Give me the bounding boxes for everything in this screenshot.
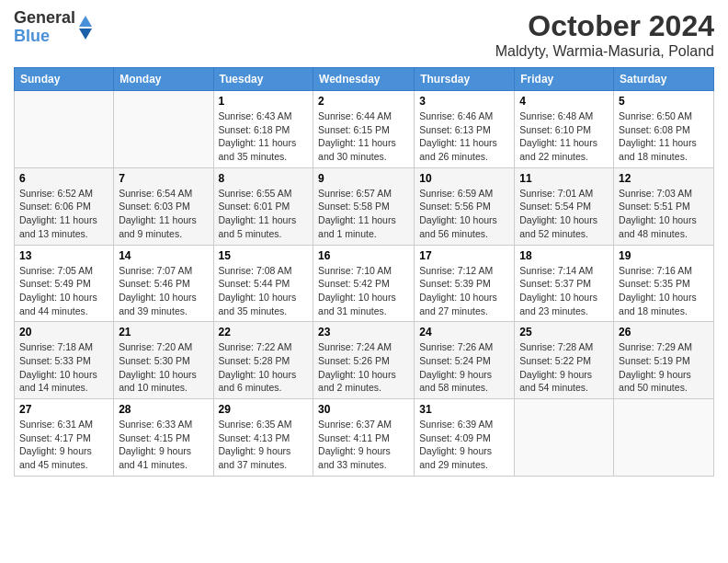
day-number: 25	[519, 326, 609, 339]
table-row: 2Sunrise: 6:44 AMSunset: 6:15 PMDaylight…	[313, 91, 415, 168]
cell-text: Sunrise: 6:35 AMSunset: 4:13 PMDaylight:…	[219, 419, 292, 470]
cell-text: Sunrise: 7:05 AMSunset: 5:49 PMDaylight:…	[19, 265, 97, 316]
header-wednesday: Wednesday	[313, 68, 415, 91]
cell-text: Sunrise: 6:48 AMSunset: 6:10 PMDaylight:…	[519, 110, 597, 162]
table-row: 11Sunrise: 7:01 AMSunset: 5:54 PMDayligh…	[515, 167, 614, 245]
table-row: 27Sunrise: 6:31 AMSunset: 4:17 PMDayligh…	[15, 399, 114, 477]
logo-triangle-bottom	[79, 29, 92, 40]
cell-text: Sunrise: 7:29 AMSunset: 5:19 PMDaylight:…	[619, 341, 692, 393]
table-row: 19Sunrise: 7:16 AMSunset: 5:35 PMDayligh…	[614, 245, 714, 322]
cell-text: Sunrise: 6:57 AMSunset: 5:58 PMDaylight:…	[318, 188, 396, 239]
table-row: 21Sunrise: 7:20 AMSunset: 5:30 PMDayligh…	[114, 322, 213, 399]
day-number: 12	[619, 172, 709, 185]
table-row: 29Sunrise: 6:35 AMSunset: 4:13 PMDayligh…	[213, 399, 313, 477]
header-friday: Friday	[515, 68, 614, 91]
table-row: 5Sunrise: 6:50 AMSunset: 6:08 PMDaylight…	[614, 91, 714, 168]
day-number: 29	[219, 403, 309, 416]
title-area: October 2024 Maldyty, Warmia-Masuria, Po…	[495, 9, 714, 60]
day-number: 27	[19, 403, 108, 416]
logo-triangle-top	[79, 16, 92, 27]
table-row: 20Sunrise: 7:18 AMSunset: 5:33 PMDayligh…	[15, 322, 114, 399]
day-number: 16	[318, 249, 409, 262]
month-title: October 2024	[495, 9, 714, 43]
day-number: 3	[419, 95, 509, 108]
day-number: 17	[419, 249, 509, 262]
location: Maldyty, Warmia-Masuria, Poland	[495, 43, 714, 60]
table-row: 16Sunrise: 7:10 AMSunset: 5:42 PMDayligh…	[313, 245, 415, 322]
calendar-body: 1Sunrise: 6:43 AMSunset: 6:18 PMDaylight…	[15, 91, 714, 477]
day-number: 21	[119, 326, 208, 339]
table-row: 23Sunrise: 7:24 AMSunset: 5:26 PMDayligh…	[313, 322, 415, 399]
logo-blue: Blue	[14, 27, 50, 45]
cell-text: Sunrise: 7:22 AMSunset: 5:28 PMDaylight:…	[219, 341, 297, 393]
cell-text: Sunrise: 7:18 AMSunset: 5:33 PMDaylight:…	[19, 341, 97, 393]
header-saturday: Saturday	[614, 68, 714, 91]
day-number: 28	[119, 403, 208, 416]
day-number: 23	[318, 326, 409, 339]
table-row: 6Sunrise: 6:52 AMSunset: 6:06 PMDaylight…	[15, 167, 114, 245]
day-number: 13	[19, 249, 108, 262]
cell-text: Sunrise: 7:12 AMSunset: 5:39 PMDaylight:…	[419, 265, 497, 316]
table-row	[614, 399, 714, 477]
table-row: 7Sunrise: 6:54 AMSunset: 6:03 PMDaylight…	[114, 167, 213, 245]
day-number: 15	[219, 249, 309, 262]
day-number: 10	[419, 172, 509, 185]
table-row: 14Sunrise: 7:07 AMSunset: 5:46 PMDayligh…	[114, 245, 213, 322]
cell-text: Sunrise: 6:39 AMSunset: 4:09 PMDaylight:…	[419, 419, 493, 470]
day-number: 11	[519, 172, 609, 185]
table-row: 28Sunrise: 6:33 AMSunset: 4:15 PMDayligh…	[114, 399, 213, 477]
table-row: 31Sunrise: 6:39 AMSunset: 4:09 PMDayligh…	[415, 399, 515, 477]
day-number: 20	[19, 326, 108, 339]
cell-text: Sunrise: 6:44 AMSunset: 6:15 PMDaylight:…	[318, 110, 396, 162]
cell-text: Sunrise: 7:26 AMSunset: 5:24 PMDaylight:…	[419, 341, 493, 393]
table-row	[515, 399, 614, 477]
table-row	[15, 91, 114, 168]
logo: General Blue	[14, 9, 92, 46]
cell-text: Sunrise: 6:52 AMSunset: 6:06 PMDaylight:…	[19, 188, 97, 239]
cell-text: Sunrise: 7:03 AMSunset: 5:51 PMDaylight:…	[619, 188, 697, 239]
day-number: 24	[419, 326, 509, 339]
table-row: 30Sunrise: 6:37 AMSunset: 4:11 PMDayligh…	[313, 399, 415, 477]
calendar-week-row: 27Sunrise: 6:31 AMSunset: 4:17 PMDayligh…	[15, 399, 714, 477]
cell-text: Sunrise: 6:37 AMSunset: 4:11 PMDaylight:…	[318, 419, 392, 470]
calendar-week-row: 13Sunrise: 7:05 AMSunset: 5:49 PMDayligh…	[15, 245, 714, 322]
cell-text: Sunrise: 6:54 AMSunset: 6:03 PMDaylight:…	[119, 188, 197, 239]
table-row	[114, 91, 213, 168]
calendar-header-row: Sunday Monday Tuesday Wednesday Thursday…	[15, 68, 714, 91]
cell-text: Sunrise: 7:10 AMSunset: 5:42 PMDaylight:…	[318, 265, 396, 316]
day-number: 2	[318, 95, 409, 108]
day-number: 9	[318, 172, 409, 185]
cell-text: Sunrise: 7:28 AMSunset: 5:22 PMDaylight:…	[519, 341, 593, 393]
table-row: 17Sunrise: 7:12 AMSunset: 5:39 PMDayligh…	[415, 245, 515, 322]
header-tuesday: Tuesday	[213, 68, 313, 91]
table-row: 10Sunrise: 6:59 AMSunset: 5:56 PMDayligh…	[415, 167, 515, 245]
header-thursday: Thursday	[415, 68, 515, 91]
calendar-week-row: 6Sunrise: 6:52 AMSunset: 6:06 PMDaylight…	[15, 167, 714, 245]
table-row: 13Sunrise: 7:05 AMSunset: 5:49 PMDayligh…	[15, 245, 114, 322]
table-row: 8Sunrise: 6:55 AMSunset: 6:01 PMDaylight…	[213, 167, 313, 245]
table-row: 4Sunrise: 6:48 AMSunset: 6:10 PMDaylight…	[515, 91, 614, 168]
page: General Blue October 2024 Maldyty, Warmi…	[0, 0, 728, 563]
day-number: 18	[519, 249, 609, 262]
cell-text: Sunrise: 6:55 AMSunset: 6:01 PMDaylight:…	[219, 188, 297, 239]
table-row: 1Sunrise: 6:43 AMSunset: 6:18 PMDaylight…	[213, 91, 313, 168]
calendar-week-row: 1Sunrise: 6:43 AMSunset: 6:18 PMDaylight…	[15, 91, 714, 168]
table-row: 18Sunrise: 7:14 AMSunset: 5:37 PMDayligh…	[515, 245, 614, 322]
table-row: 25Sunrise: 7:28 AMSunset: 5:22 PMDayligh…	[515, 322, 614, 399]
table-row: 24Sunrise: 7:26 AMSunset: 5:24 PMDayligh…	[415, 322, 515, 399]
day-number: 19	[619, 249, 709, 262]
header: General Blue October 2024 Maldyty, Warmi…	[14, 9, 714, 60]
day-number: 26	[619, 326, 709, 339]
day-number: 4	[519, 95, 609, 108]
cell-text: Sunrise: 6:31 AMSunset: 4:17 PMDaylight:…	[19, 419, 93, 470]
day-number: 7	[119, 172, 208, 185]
cell-text: Sunrise: 6:46 AMSunset: 6:13 PMDaylight:…	[419, 110, 497, 162]
cell-text: Sunrise: 7:20 AMSunset: 5:30 PMDaylight:…	[119, 341, 197, 393]
table-row: 12Sunrise: 7:03 AMSunset: 5:51 PMDayligh…	[614, 167, 714, 245]
day-number: 6	[19, 172, 108, 185]
cell-text: Sunrise: 7:08 AMSunset: 5:44 PMDaylight:…	[219, 265, 297, 316]
logo-text: General Blue	[14, 9, 92, 46]
table-row: 9Sunrise: 6:57 AMSunset: 5:58 PMDaylight…	[313, 167, 415, 245]
day-number: 1	[219, 95, 309, 108]
cell-text: Sunrise: 6:33 AMSunset: 4:15 PMDaylight:…	[119, 419, 192, 470]
